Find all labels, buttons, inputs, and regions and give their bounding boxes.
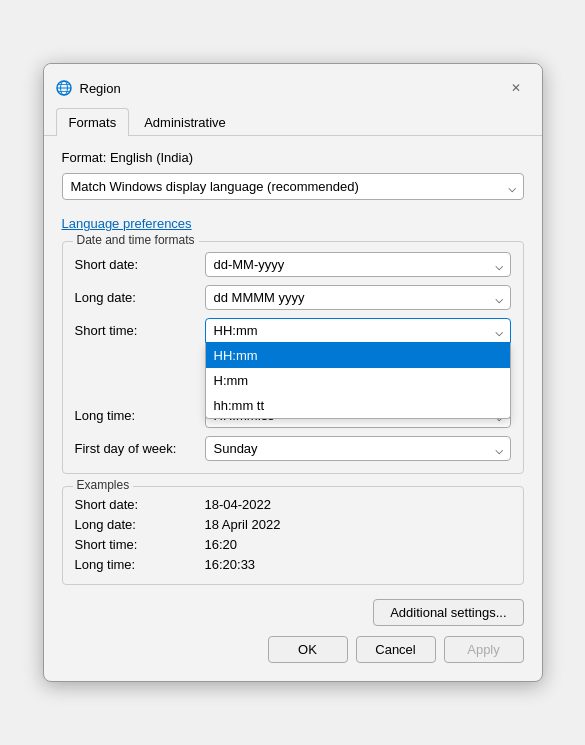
title-bar: Region ✕ xyxy=(44,64,542,108)
examples-label: Examples xyxy=(73,478,134,492)
short-time-control: HH:mm HH:mm H:mm hh:mm tt xyxy=(205,318,511,343)
display-language-dropdown[interactable]: Match Windows display language (recommen… xyxy=(62,173,524,200)
short-date-dropdown[interactable]: dd-MM-yyyy xyxy=(205,252,511,277)
short-time-dropdown-list: HH:mm H:mm hh:mm tt xyxy=(205,343,511,419)
ok-button[interactable]: OK xyxy=(268,636,348,663)
short-date-control: dd-MM-yyyy xyxy=(205,252,511,277)
long-date-label: Long date: xyxy=(75,290,205,305)
date-time-group: Date and time formats Short date: dd-MM-… xyxy=(62,241,524,474)
short-time-option-hhmmtt[interactable]: hh:mm tt xyxy=(206,393,510,418)
short-time-option-hhmm[interactable]: HH:mm xyxy=(206,343,510,368)
long-date-row: Long date: dd MMMM yyyy xyxy=(75,285,511,310)
button-row: OK Cancel Apply xyxy=(62,636,524,667)
window-title: Region xyxy=(80,81,121,96)
short-date-label: Short date: xyxy=(75,257,205,272)
display-language-wrapper: Match Windows display language (recommen… xyxy=(62,173,524,200)
cancel-button[interactable]: Cancel xyxy=(356,636,436,663)
first-day-control: Sunday xyxy=(205,436,511,461)
example-short-date: Short date: 18-04-2022 xyxy=(75,497,511,512)
examples-section: Examples Short date: 18-04-2022 Long dat… xyxy=(62,486,524,585)
first-day-dropdown[interactable]: Sunday xyxy=(205,436,511,461)
short-time-row: Short time: HH:mm HH:mm H:mm hh:mm tt xyxy=(75,318,511,343)
short-time-label: Short time: xyxy=(75,318,205,338)
example-long-time: Long time: 16:20:33 xyxy=(75,557,511,572)
format-label: Format: English (India) xyxy=(62,150,524,165)
long-time-label: Long time: xyxy=(75,408,205,423)
globe-icon xyxy=(56,80,72,96)
apply-button[interactable]: Apply xyxy=(444,636,524,663)
short-time-option-hmm[interactable]: H:mm xyxy=(206,368,510,393)
first-day-label: First day of week: xyxy=(75,441,205,456)
language-preferences-link[interactable]: Language preferences xyxy=(62,216,192,231)
group-label: Date and time formats xyxy=(73,233,199,247)
long-date-control: dd MMMM yyyy xyxy=(205,285,511,310)
title-bar-left: Region xyxy=(56,80,121,96)
example-long-date: Long date: 18 April 2022 xyxy=(75,517,511,532)
additional-settings-button[interactable]: Additional settings... xyxy=(373,599,523,626)
first-day-row: First day of week: Sunday xyxy=(75,436,511,461)
short-date-row: Short date: dd-MM-yyyy xyxy=(75,252,511,277)
example-short-time: Short time: 16:20 xyxy=(75,537,511,552)
tab-bar: Formats Administrative xyxy=(44,108,542,136)
tab-administrative[interactable]: Administrative xyxy=(131,108,239,136)
short-time-input[interactable]: HH:mm xyxy=(205,318,511,343)
close-button[interactable]: ✕ xyxy=(502,74,530,102)
region-window: Region ✕ Formats Administrative Format: … xyxy=(43,63,543,682)
tab-formats[interactable]: Formats xyxy=(56,108,130,136)
long-date-dropdown[interactable]: dd MMMM yyyy xyxy=(205,285,511,310)
content-area: Format: English (India) Match Windows di… xyxy=(44,136,542,681)
